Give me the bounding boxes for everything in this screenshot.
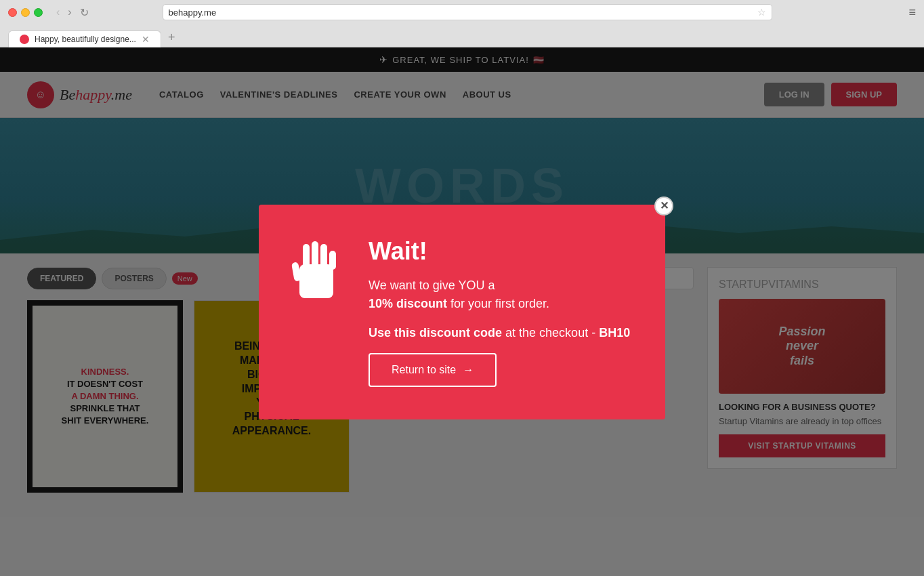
- minimize-window-button[interactable]: [21, 8, 30, 17]
- browser-chrome: ‹ › ↻ behappy.me ☆ ≡ Happy, beautifully …: [0, 0, 924, 47]
- modal-hand-icon: [286, 237, 347, 308]
- maximize-window-button[interactable]: [34, 8, 43, 17]
- forward-button[interactable]: ›: [65, 6, 74, 19]
- modal-body: We want to give YOU a 10% discount for y…: [369, 276, 630, 313]
- browser-menu-button[interactable]: ≡: [908, 5, 916, 20]
- modal-close-button[interactable]: ✕: [654, 197, 673, 215]
- code-label: Use this discount code: [369, 326, 502, 340]
- modal-discount-bold: 10% discount: [369, 297, 447, 310]
- browser-actions: ≡: [908, 5, 916, 20]
- new-tab-button[interactable]: +: [163, 28, 181, 47]
- refresh-button[interactable]: ↻: [77, 6, 91, 19]
- svg-rect-1: [303, 244, 310, 268]
- tab-title: Happy, beautifully designe...: [35, 35, 136, 44]
- svg-rect-3: [320, 244, 327, 268]
- svg-rect-0: [299, 264, 333, 298]
- site-wrapper: ✈ GREAT, WE SHIP TO LATVIA! 🇱🇻 ☺ Behappy…: [0, 47, 924, 576]
- tab-bar: Happy, beautifully designe... ✕ +: [0, 24, 924, 47]
- tab-close-icon[interactable]: ✕: [142, 34, 150, 45]
- discount-code-line: Use this discount code at the checkout -…: [369, 324, 630, 342]
- close-window-button[interactable]: [8, 8, 17, 17]
- back-button[interactable]: ‹: [54, 6, 62, 19]
- svg-rect-2: [312, 241, 318, 267]
- tab-favicon: [20, 35, 29, 44]
- return-to-site-button[interactable]: Return to site →: [369, 353, 497, 387]
- browser-nav: ‹ › ↻: [54, 6, 91, 19]
- modal-title: Wait!: [369, 237, 630, 266]
- discount-code: BH10: [599, 326, 630, 340]
- modal-content: Wait! We want to give YOU a 10% discount…: [369, 237, 630, 387]
- return-label: Return to site: [392, 364, 456, 376]
- traffic-lights: [8, 8, 43, 17]
- modal-overlay: ✕ Wait! We want to give YO: [0, 47, 924, 576]
- url-display: behappy.me: [169, 7, 753, 18]
- return-arrow-icon: →: [463, 364, 474, 376]
- discount-modal: ✕ Wait! We want to give YO: [259, 205, 665, 419]
- active-tab[interactable]: Happy, beautifully designe... ✕: [8, 30, 161, 47]
- svg-rect-4: [329, 251, 336, 270]
- bookmark-icon: ☆: [757, 7, 766, 18]
- address-bar[interactable]: behappy.me ☆: [163, 4, 772, 20]
- modal-body-suffix: for your first order.: [450, 297, 549, 310]
